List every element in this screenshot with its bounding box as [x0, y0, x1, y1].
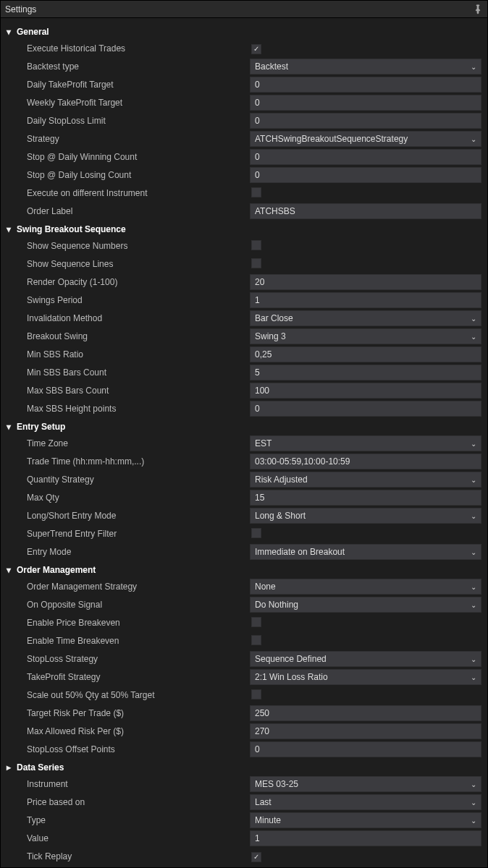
checkbox-enable-time-be[interactable] — [251, 635, 261, 645]
input-sl-offset[interactable] — [250, 741, 481, 757]
select-time-zone[interactable]: EST ⌄ — [250, 435, 481, 451]
select-breakout-swing[interactable]: Swing 3 ⌄ — [250, 328, 481, 344]
row-swings-period: Swings Period — [4, 292, 484, 309]
select-opposite-signal[interactable]: Do Nothing ⌄ — [250, 597, 481, 613]
row-exec-diff-instrument: Execute on different Instrument — [4, 184, 484, 202]
label: Breakout Swing — [4, 331, 250, 341]
chevron-down-icon: ⌄ — [468, 655, 476, 663]
titlebar: Settings — [1, 1, 487, 18]
label: Quantity Strategy — [4, 475, 250, 485]
chevron-down-icon — [5, 565, 12, 575]
label: StopLoss Offset Points — [4, 744, 250, 754]
chevron-right-icon — [5, 762, 12, 773]
select-backtest-type[interactable]: Backtest ⌄ — [250, 59, 481, 75]
row-enable-time-be: Enable Time Breakeven — [4, 632, 484, 650]
input-daily-tp-target[interactable] — [250, 77, 481, 93]
chevron-down-icon: ⌄ — [468, 673, 476, 681]
input-stop-daily-lose[interactable] — [250, 167, 481, 183]
select-instrument[interactable]: MES 03-25 ⌄ — [250, 776, 481, 792]
input-render-opacity[interactable] — [250, 274, 481, 290]
select-long-short[interactable]: Long & Short ⌄ — [250, 508, 481, 524]
select-qty-strategy[interactable]: Risk Adjusted ⌄ — [250, 472, 481, 488]
select-oms[interactable]: None ⌄ — [250, 579, 481, 595]
label: Instrument — [4, 779, 250, 789]
checkbox-tick-replay[interactable] — [251, 852, 261, 862]
checkbox-execute-historical-trades[interactable] — [251, 44, 261, 54]
chevron-down-icon: ⌄ — [468, 315, 476, 323]
row-qty-strategy: Quantity Strategy Risk Adjusted ⌄ — [4, 471, 484, 488]
checkbox-scale-out[interactable] — [251, 689, 261, 699]
select-sl-strategy[interactable]: Sequence Defined ⌄ — [250, 651, 481, 667]
label: Max SBS Height points — [4, 404, 250, 414]
section-entry[interactable]: Entry Setup — [4, 419, 484, 435]
checkbox-enable-price-be[interactable] — [251, 617, 261, 627]
row-stop-daily-win: Stop @ Daily Winning Count — [4, 148, 484, 166]
checkbox-exec-diff-instrument[interactable] — [251, 187, 261, 197]
label: Min SBS Ratio — [4, 349, 250, 359]
section-title: Entry Setup — [17, 422, 65, 432]
input-max-allowed-risk[interactable] — [250, 723, 481, 739]
row-min-sbs-bars: Min SBS Bars Count — [4, 364, 484, 381]
label: Enable Price Breakeven — [4, 618, 250, 628]
input-target-risk[interactable] — [250, 705, 481, 721]
chevron-down-icon: ⌄ — [468, 135, 476, 143]
row-backtest-type: Backtest type Backtest ⌄ — [4, 58, 484, 75]
input-order-label[interactable] — [250, 203, 481, 219]
input-weekly-tp-target[interactable] — [250, 95, 481, 111]
select-price-based-on[interactable]: Last ⌄ — [250, 794, 481, 810]
section-title: General — [17, 27, 49, 37]
input-min-sbs-bars[interactable] — [250, 365, 481, 380]
row-value: Value — [4, 830, 484, 847]
label: Type — [4, 815, 250, 825]
label: Backtest type — [4, 61, 250, 72]
select-type[interactable]: Minute ⌄ — [250, 812, 481, 828]
label: Trade Time (hh:mm-hh:mm,...) — [4, 456, 250, 467]
row-weekly-tp-target: Weekly TakeProfit Target — [4, 94, 484, 111]
label: Price based on — [4, 797, 250, 807]
input-trade-time[interactable] — [250, 454, 481, 469]
label: Max Allowed Risk Per ($) — [4, 726, 250, 736]
row-invalidation-method: Invalidation Method Bar Close ⌄ — [4, 310, 484, 327]
input-value[interactable] — [250, 830, 481, 846]
section-order-mgmt[interactable]: Order Management — [4, 562, 484, 578]
input-min-sbs-ratio[interactable] — [250, 346, 481, 362]
checkbox-supertrend-filter[interactable] — [251, 528, 261, 538]
pin-icon[interactable] — [473, 4, 483, 14]
section-data-series[interactable]: Data Series — [4, 760, 484, 775]
input-max-sbs-bars[interactable] — [250, 383, 481, 399]
select-entry-mode[interactable]: Immediate on Breakout ⌄ — [250, 544, 481, 560]
row-stop-daily-lose: Stop @ Daily Losing Count — [4, 166, 484, 184]
row-entry-mode: Entry Mode Immediate on Breakout ⌄ — [4, 543, 484, 561]
chevron-down-icon — [5, 27, 12, 37]
chevron-down-icon: ⌄ — [468, 63, 476, 71]
label: Order Management Strategy — [4, 582, 250, 592]
row-trade-time: Trade Time (hh:mm-hh:mm,...) — [4, 453, 484, 470]
label: Show Sequence Numbers — [4, 241, 250, 251]
label: Entry Mode — [4, 547, 250, 557]
select-invalidation-method[interactable]: Bar Close ⌄ — [250, 310, 481, 326]
row-target-risk: Target Risk Per Trade ($) — [4, 705, 484, 722]
label: Min SBS Bars Count — [4, 367, 250, 378]
checkbox-show-seq-lines[interactable] — [251, 258, 261, 268]
label: Strategy — [4, 134, 250, 144]
input-max-qty[interactable] — [250, 490, 481, 506]
input-swings-period[interactable] — [250, 292, 481, 308]
settings-panel: Settings General Execute Historical Trad… — [0, 0, 488, 868]
label: SuperTrend Entry Filter — [4, 529, 250, 539]
section-title: Swing Breakout Sequence — [17, 224, 126, 234]
input-max-sbs-height[interactable] — [250, 401, 481, 417]
select-strategy[interactable]: ATCHSwingBreakoutSequenceStrategy ⌄ — [250, 131, 481, 147]
section-general[interactable]: General — [4, 24, 484, 40]
chevron-down-icon: ⌄ — [468, 333, 476, 341]
row-max-qty: Max Qty — [4, 489, 484, 506]
input-stop-daily-win[interactable] — [250, 149, 481, 165]
chevron-down-icon: ⌄ — [468, 512, 476, 520]
section-sbs[interactable]: Swing Breakout Sequence — [4, 221, 484, 237]
row-tp-strategy: TakeProfit Strategy 2:1 Win Loss Ratio ⌄ — [4, 668, 484, 686]
row-sl-strategy: StopLoss Strategy Sequence Defined ⌄ — [4, 650, 484, 668]
checkbox-show-seq-numbers[interactable] — [251, 240, 261, 250]
label: Value — [4, 833, 250, 843]
row-strategy: Strategy ATCHSwingBreakoutSequenceStrate… — [4, 130, 484, 148]
input-daily-sl-limit[interactable] — [250, 113, 481, 129]
select-tp-strategy[interactable]: 2:1 Win Loss Ratio ⌄ — [250, 669, 481, 685]
